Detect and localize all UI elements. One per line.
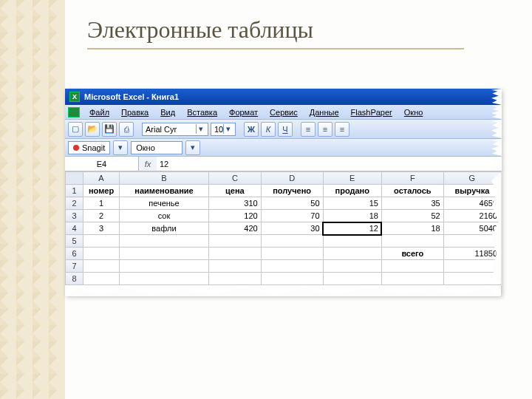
row-header[interactable]: 2 [66,197,83,210]
font-name-select[interactable]: Arial Cyr ▾ [142,123,208,136]
row-header[interactable]: 3 [66,210,83,222]
cell[interactable] [323,248,381,260]
cell[interactable]: 5040 [443,222,500,235]
cell[interactable]: 2160 [443,210,500,222]
cell[interactable] [83,248,120,260]
cell[interactable]: получено [261,185,323,197]
cell[interactable]: осталось [381,185,443,197]
bold-button[interactable]: Ж [244,122,259,137]
cell[interactable] [209,248,262,260]
cell[interactable] [261,273,323,285]
cell[interactable]: продано [323,185,381,197]
cell[interactable]: вафли [119,222,208,235]
col-header-D[interactable]: D [261,172,323,185]
menu-format[interactable]: Формат [224,106,263,118]
col-header-E[interactable]: E [323,172,381,185]
align-right-button[interactable]: ≡ [335,122,349,137]
cell[interactable] [381,235,443,248]
cell[interactable]: 52 [381,210,443,222]
cell[interactable] [83,235,120,248]
cell[interactable] [381,273,443,285]
menu-flashpaper[interactable]: FlashPaper [346,106,398,118]
row-header[interactable]: 1 [66,185,83,197]
col-header-B[interactable]: B [119,172,208,185]
menu-file[interactable]: Файл [84,106,115,118]
row-header[interactable]: 5 [66,235,83,248]
cell[interactable] [119,273,208,285]
spreadsheet-grid[interactable]: A B C D E F G 1 номер наименование цена … [65,171,501,285]
col-header-C[interactable]: C [209,172,262,185]
row-header[interactable]: 7 [66,260,83,273]
cell[interactable]: 120 [209,210,262,222]
italic-button[interactable]: К [261,122,276,137]
cell[interactable] [261,260,323,273]
save-button[interactable]: 💾 [102,122,117,137]
cell[interactable]: 2 [83,210,120,222]
cell[interactable] [443,235,500,248]
cell[interactable] [209,260,262,273]
cell[interactable]: 11850 [443,248,500,260]
cell[interactable]: цена [209,185,262,197]
row-header[interactable]: 4 [66,222,83,235]
menu-tools[interactable]: Сервис [265,106,303,118]
cell[interactable] [323,260,381,273]
cell[interactable]: 70 [261,210,323,222]
cell[interactable]: 310 [209,197,262,210]
name-box[interactable]: E4 [65,157,139,171]
row-header[interactable]: 6 [66,248,83,260]
cell[interactable] [323,273,381,285]
cell[interactable]: 15 [323,197,381,210]
cell-selected[interactable]: 12 [323,222,381,235]
cell[interactable]: 18 [323,210,381,222]
cell[interactable] [119,248,208,260]
snagit-dropdown[interactable]: ▾ [185,140,200,155]
menu-data[interactable]: Данные [304,106,344,118]
menu-view[interactable]: Вид [155,106,180,118]
col-header-A[interactable]: A [83,172,120,185]
cell[interactable]: 1 [83,197,120,210]
cell[interactable] [381,260,443,273]
cell[interactable]: выручка [443,185,500,197]
align-left-button[interactable]: ≡ [301,122,316,137]
cell[interactable] [323,235,381,248]
underline-button[interactable]: Ч [278,122,293,137]
menu-insert[interactable]: Вставка [182,106,222,118]
cell[interactable] [119,235,208,248]
cell[interactable] [443,273,500,285]
cell[interactable]: номер [83,185,120,197]
new-button[interactable]: ▢ [68,122,83,137]
menu-edit[interactable]: Правка [116,106,154,118]
print-button[interactable]: ⎙ [119,122,134,137]
col-header-F[interactable]: F [381,172,443,185]
cell[interactable] [119,260,208,273]
cell[interactable] [83,273,120,285]
snagit-button[interactable]: Snagit [68,141,110,154]
cell[interactable] [443,260,500,273]
font-size-select[interactable]: 10 ▾ [211,123,236,136]
cell[interactable]: 18 [381,222,443,235]
cell[interactable]: 3 [83,222,120,235]
cell[interactable]: сок [119,210,208,222]
cell[interactable]: наименование [119,185,208,197]
cell[interactable] [261,235,323,248]
cell[interactable] [261,248,323,260]
cell[interactable]: 420 [209,222,262,235]
fx-icon[interactable]: fx [139,160,157,168]
cell[interactable]: печенье [119,197,208,210]
menu-window[interactable]: Окно [399,106,429,118]
cell[interactable] [209,273,262,285]
select-all-corner[interactable] [66,172,83,185]
cell[interactable] [83,260,120,273]
row-header[interactable]: 8 [66,273,83,285]
cell[interactable]: 35 [381,197,443,210]
cell[interactable]: 30 [261,222,323,235]
cell[interactable]: всего [381,248,443,260]
snagit-window-select[interactable]: Окно [131,141,183,154]
snagit-settings-button[interactable]: ▾ [113,140,128,155]
open-button[interactable]: 📂 [85,122,100,137]
formula-input[interactable]: 12 [157,157,501,171]
cell[interactable] [209,235,262,248]
cell[interactable]: 50 [261,197,323,210]
col-header-G[interactable]: G [443,172,500,185]
cell[interactable]: 4650 [443,197,500,210]
